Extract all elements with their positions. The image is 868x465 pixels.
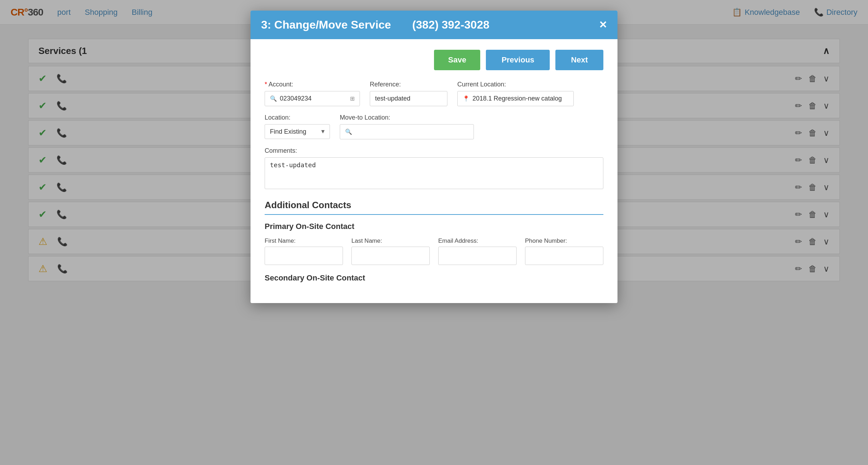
modal-body: Save Previous Next * Account: 🔍 02304923…	[251, 39, 617, 303]
modal-dialog: 3: Change/Move Service (382) 392-3028 ✕ …	[251, 11, 617, 303]
primary-first-name-input[interactable]	[265, 247, 343, 265]
reference-group: Reference:	[370, 81, 447, 106]
previous-button[interactable]: Previous	[486, 50, 550, 70]
primary-contact-title: Primary On-Site Contact	[265, 222, 603, 231]
close-button[interactable]: ✕	[599, 20, 607, 30]
moveto-label: Move-to Location:	[340, 114, 474, 121]
primary-email-label: Email Address:	[438, 237, 517, 244]
form-row-1: * Account: 🔍 023049234 ⊞ Reference:	[265, 81, 603, 106]
modal-overlay: 3: Change/Move Service (382) 392-3028 ✕ …	[0, 0, 868, 465]
primary-phone-group: Phone Number:	[525, 237, 603, 265]
current-location-group: Current Location: 📍 2018.1 Regression-ne…	[457, 81, 574, 106]
primary-last-name-group: Last Name:	[351, 237, 430, 265]
location-select-wrapper: Find Existing Create New ▼	[265, 124, 330, 139]
additional-contacts-section: Additional Contacts Primary On-Site Cont…	[265, 200, 603, 283]
moveto-input-wrap[interactable]: 🔍	[340, 124, 474, 139]
location-label: Location:	[265, 114, 330, 121]
location-group: Location: Find Existing Create New ▼	[265, 114, 330, 139]
account-input[interactable]: 🔍 023049234 ⊞	[265, 91, 360, 106]
next-button[interactable]: Next	[555, 50, 603, 70]
primary-email-group: Email Address:	[438, 237, 517, 265]
primary-phone-input[interactable]	[525, 247, 603, 265]
form-row-2: Location: Find Existing Create New ▼ Mov…	[265, 114, 603, 139]
primary-first-name-label: First Name:	[265, 237, 343, 244]
reference-input[interactable]	[370, 91, 447, 106]
required-indicator: *	[265, 81, 267, 88]
primary-last-name-input[interactable]	[351, 247, 430, 265]
additional-contacts-title: Additional Contacts	[265, 200, 603, 215]
secondary-contact-title: Secondary On-Site Contact	[265, 273, 603, 283]
primary-phone-label: Phone Number:	[525, 237, 603, 244]
search-icon: 🔍	[270, 95, 277, 102]
primary-email-input[interactable]	[438, 247, 517, 265]
grid-icon: ⊞	[350, 95, 355, 102]
moveto-group: Move-to Location: 🔍	[340, 114, 474, 139]
search-icon: 🔍	[345, 128, 352, 135]
modal-title: 3: Change/Move Service (382) 392-3028	[261, 18, 489, 31]
account-label: * Account:	[265, 81, 360, 88]
comments-textarea[interactable]: test-updated	[265, 157, 603, 189]
account-group: * Account: 🔍 023049234 ⊞	[265, 81, 360, 106]
primary-first-name-group: First Name:	[265, 237, 343, 265]
reference-label: Reference:	[370, 81, 447, 88]
comments-label: Comments:	[265, 147, 603, 155]
save-button[interactable]: Save	[434, 50, 480, 70]
location-select[interactable]: Find Existing Create New	[265, 124, 330, 139]
primary-last-name-label: Last Name:	[351, 237, 430, 244]
current-location-input[interactable]: 📍 2018.1 Regression-new catalog	[457, 91, 574, 106]
comments-group: Comments: test-updated	[265, 147, 603, 189]
moveto-input[interactable]	[355, 128, 469, 135]
primary-contact-form-row: First Name: Last Name: Email Address:	[265, 237, 603, 265]
modal-header: 3: Change/Move Service (382) 392-3028 ✕	[251, 11, 617, 39]
action-buttons: Save Previous Next	[265, 50, 603, 70]
current-location-label: Current Location:	[457, 81, 574, 88]
location-icon: 📍	[463, 95, 470, 102]
